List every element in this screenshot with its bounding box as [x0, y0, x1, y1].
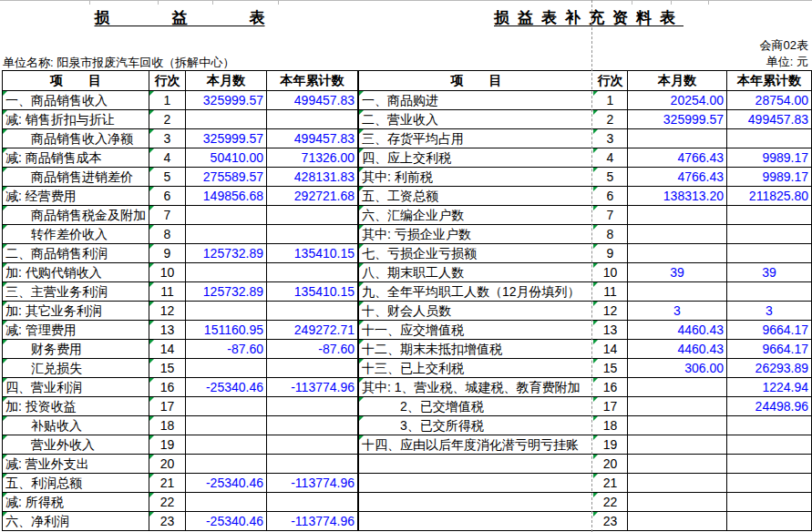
month-value-cell[interactable]	[628, 129, 727, 148]
month-value-cell[interactable]: 39	[628, 263, 727, 282]
month-value-cell[interactable]: 3	[628, 302, 727, 321]
line-number-cell[interactable]: 16	[593, 378, 628, 397]
ytd-value-cell[interactable]: 9664.17	[727, 321, 812, 340]
line-number-cell[interactable]: 14	[149, 340, 186, 359]
ytd-value-cell[interactable]	[727, 416, 812, 435]
line-number-cell[interactable]: 17	[593, 397, 628, 416]
month-value-cell[interactable]: 275589.57	[186, 168, 267, 187]
item-cell[interactable]: 财务费用	[3, 340, 149, 359]
month-value-cell[interactable]	[628, 225, 727, 244]
ytd-value-cell[interactable]	[727, 282, 812, 302]
line-number-cell[interactable]: 22	[593, 493, 628, 512]
line-number-cell[interactable]: 19	[149, 435, 186, 455]
header-ytd-column[interactable]: 本年累计数	[727, 71, 812, 91]
month-value-cell[interactable]: 125732.89	[186, 282, 267, 302]
line-number-cell[interactable]: 18	[149, 416, 186, 435]
ytd-value-cell[interactable]	[267, 225, 358, 244]
ytd-value-cell[interactable]	[267, 493, 358, 512]
month-value-cell[interactable]	[628, 206, 727, 225]
ytd-value-cell[interactable]: 26293.89	[727, 359, 812, 378]
month-value-cell[interactable]	[186, 397, 267, 416]
month-value-cell[interactable]: 325999.57	[628, 110, 727, 129]
line-number-cell[interactable]: 4	[149, 148, 186, 168]
ytd-value-cell[interactable]	[727, 129, 812, 148]
month-value-cell[interactable]: 50410.00	[186, 148, 267, 168]
line-number-cell[interactable]: 10	[593, 263, 628, 282]
item-cell[interactable]: 商品销售税金及附加	[3, 206, 149, 225]
month-value-cell[interactable]	[628, 244, 727, 263]
ytd-value-cell[interactable]	[267, 359, 358, 378]
item-cell[interactable]: 减: 商品销售成本	[3, 148, 149, 168]
month-value-cell[interactable]: 4460.43	[628, 340, 727, 359]
line-number-cell[interactable]: 9	[593, 244, 628, 263]
item-cell[interactable]: 营业外收入	[3, 435, 149, 455]
ytd-value-cell[interactable]: 1224.94	[727, 378, 812, 397]
month-value-cell[interactable]	[628, 435, 727, 455]
item-cell[interactable]: 商品销售收入净额	[3, 129, 149, 148]
item-cell[interactable]: 补贴收入	[3, 416, 149, 435]
month-value-cell[interactable]	[186, 263, 267, 282]
month-value-cell[interactable]	[628, 455, 727, 474]
ytd-value-cell[interactable]	[727, 206, 812, 225]
ytd-value-cell[interactable]	[267, 435, 358, 455]
item-cell[interactable]: 其中: 利前税	[359, 168, 593, 187]
ytd-value-cell[interactable]: 135410.15	[267, 244, 358, 263]
item-cell[interactable]: 一、商品销售收入	[3, 91, 149, 110]
month-value-cell[interactable]	[628, 474, 727, 493]
item-cell[interactable]: 五、工资总额	[359, 187, 593, 206]
ytd-value-cell[interactable]	[727, 512, 812, 531]
item-cell[interactable]: 四、应上交利税	[359, 148, 593, 168]
line-number-cell[interactable]: 8	[149, 225, 186, 244]
ytd-value-cell[interactable]: 499457.83	[727, 110, 812, 129]
line-number-cell[interactable]: 14	[593, 340, 628, 359]
line-number-cell[interactable]: 21	[149, 474, 186, 493]
header-line-column[interactable]: 行次	[593, 71, 628, 91]
month-value-cell[interactable]	[186, 225, 267, 244]
ytd-value-cell[interactable]: 3	[727, 302, 812, 321]
line-number-cell[interactable]: 7	[149, 206, 186, 225]
ytd-value-cell[interactable]	[727, 493, 812, 512]
item-cell[interactable]: 2、已交增值税	[359, 397, 593, 416]
month-value-cell[interactable]	[628, 282, 727, 302]
line-number-cell[interactable]: 12	[593, 302, 628, 321]
month-value-cell[interactable]	[186, 302, 267, 321]
header-item-column[interactable]: 项 目	[359, 71, 593, 91]
month-value-cell[interactable]	[186, 206, 267, 225]
ytd-value-cell[interactable]: 428131.83	[267, 168, 358, 187]
month-value-cell[interactable]	[186, 435, 267, 455]
line-number-cell[interactable]: 13	[593, 321, 628, 340]
item-cell[interactable]: 九、全年平均职工人数（12月份填列）	[359, 282, 593, 302]
item-cell[interactable]: 二、营业收入	[359, 110, 593, 129]
line-number-cell[interactable]: 22	[149, 493, 186, 512]
month-value-cell[interactable]: 149856.68	[186, 187, 267, 206]
line-number-cell[interactable]: 23	[149, 512, 186, 531]
line-number-cell[interactable]: 9	[149, 244, 186, 263]
line-number-cell[interactable]: 13	[149, 321, 186, 340]
ytd-value-cell[interactable]: 499457.83	[267, 91, 358, 110]
line-number-cell[interactable]: 3	[593, 129, 628, 148]
ytd-value-cell[interactable]	[267, 455, 358, 474]
line-number-cell[interactable]: 4	[593, 148, 628, 168]
line-number-cell[interactable]: 2	[593, 110, 628, 129]
ytd-value-cell[interactable]: 292721.68	[267, 187, 358, 206]
ytd-value-cell[interactable]	[727, 435, 812, 455]
month-value-cell[interactable]	[628, 416, 727, 435]
month-value-cell[interactable]	[186, 416, 267, 435]
line-number-cell[interactable]: 3	[149, 129, 186, 148]
line-number-cell[interactable]: 8	[593, 225, 628, 244]
month-value-cell[interactable]: 125732.89	[186, 244, 267, 263]
line-number-cell[interactable]: 17	[149, 397, 186, 416]
ytd-value-cell[interactable]: 9989.17	[727, 148, 812, 168]
month-value-cell[interactable]: 151160.95	[186, 321, 267, 340]
item-cell[interactable]: 减: 营业外支出	[3, 455, 149, 474]
item-cell[interactable]: 商品销售进销差价	[3, 168, 149, 187]
month-value-cell[interactable]: 306.00	[628, 359, 727, 378]
ytd-value-cell[interactable]: -87.60	[267, 340, 358, 359]
ytd-value-cell[interactable]: 499457.83	[267, 129, 358, 148]
item-cell[interactable]	[359, 512, 593, 531]
line-number-cell[interactable]: 12	[149, 302, 186, 321]
item-cell[interactable]: 十一、应交增值税	[359, 321, 593, 340]
item-cell[interactable]: 其中: 亏损企业户数	[359, 225, 593, 244]
header-month-column[interactable]: 本月数	[628, 71, 727, 91]
line-number-cell[interactable]: 21	[593, 474, 628, 493]
